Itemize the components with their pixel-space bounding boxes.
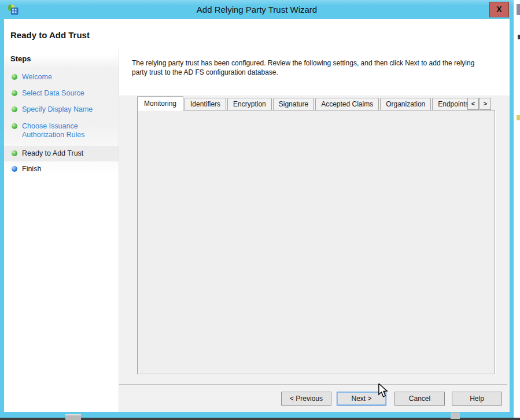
step-completed-icon: [12, 106, 17, 112]
wizard-description: The relying party trust has been configu…: [132, 58, 486, 77]
footer-divider: [119, 384, 507, 385]
cancel-button[interactable]: Cancel: [394, 392, 445, 406]
step-completed-icon: [12, 74, 17, 80]
step-ready-to-add-trust[interactable]: Ready to Add Trust: [12, 149, 115, 158]
tab-monitoring[interactable]: Monitoring: [137, 96, 183, 110]
step-upcoming-icon: [12, 166, 17, 172]
taskbar-artifact: [65, 414, 81, 420]
tab-accepted-claims[interactable]: Accepted Claims: [315, 98, 379, 110]
page-title: Ready to Add Trust: [10, 30, 90, 40]
tab-scroll-left-button[interactable]: <: [467, 98, 479, 110]
screen: Add Relying Party Trust Wizard X Ready t…: [0, 0, 520, 420]
window-title: Add Relying Party Trust Wizard: [0, 5, 514, 14]
monitoring-tab-panel: [137, 110, 495, 374]
close-button[interactable]: X: [489, 2, 509, 17]
tab-scroll-right-button[interactable]: >: [480, 98, 491, 110]
desktop-gap: [514, 0, 520, 418]
tab-signature[interactable]: Signature: [273, 98, 314, 110]
step-select-data-source[interactable]: Select Data Source: [12, 89, 115, 98]
taskbar-artifact: [451, 412, 460, 419]
step-completed-icon: [12, 123, 17, 129]
background-window-artifact: [517, 4, 520, 15]
tab-strip: Monitoring Identifiers Encryption Signat…: [137, 96, 491, 110]
help-button[interactable]: Help: [452, 392, 502, 406]
tab-identifiers[interactable]: Identifiers: [185, 98, 226, 110]
tab-encryption[interactable]: Encryption: [227, 98, 272, 110]
previous-button[interactable]: < Previous: [281, 392, 331, 406]
step-welcome[interactable]: Welcome: [12, 73, 115, 82]
titlebar[interactable]: Add Relying Party Trust Wizard X: [0, 0, 514, 19]
background-window-artifact: [518, 35, 520, 39]
steps-sidebar: Steps Welcome Select Data Source Specify…: [4, 49, 119, 412]
step-specify-display-name[interactable]: Specify Display Name: [12, 105, 115, 114]
background-window-artifact: [517, 115, 520, 120]
step-completed-icon: [12, 90, 17, 96]
mouse-cursor: [377, 384, 389, 399]
step-finish[interactable]: Finish: [12, 165, 115, 174]
step-choose-issuance-authorization-rules[interactable]: Choose Issuance Authorization Rules: [12, 122, 104, 139]
tab-organization[interactable]: Organization: [380, 98, 431, 110]
step-current-icon: [12, 150, 17, 156]
steps-heading: Steps: [10, 54, 31, 63]
